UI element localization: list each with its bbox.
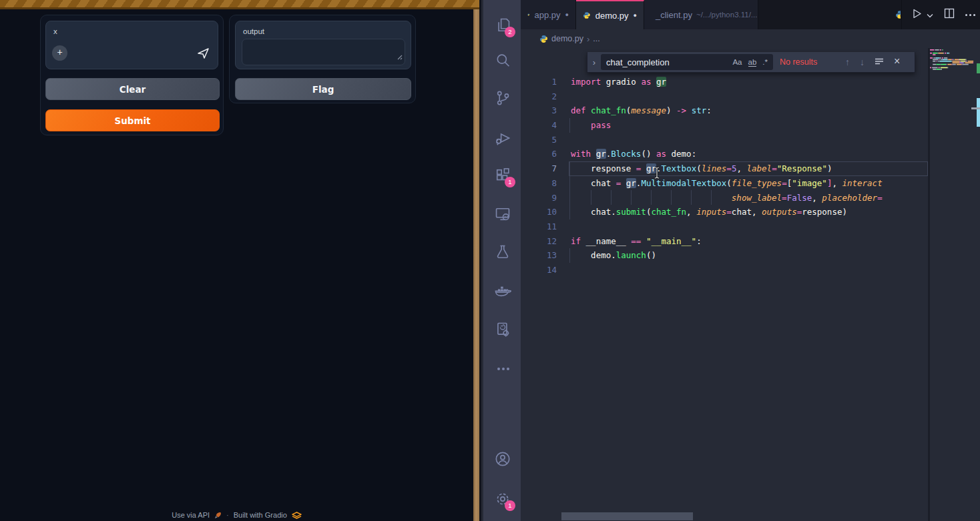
line-number[interactable]: 5 (521, 133, 557, 147)
tab-demo-py[interactable]: demo.py ● (576, 0, 644, 29)
use-via-api-link[interactable]: Use via API (172, 511, 210, 519)
tab-bar: app.py ● demo.py ● _client.py ~/.../pyth… (521, 0, 980, 29)
breadcrumb-file[interactable]: demo.py (551, 34, 583, 43)
remote-explorer-icon[interactable] (494, 205, 511, 223)
flag-button[interactable]: Flag (235, 78, 411, 100)
find-close-icon[interactable]: × (894, 55, 900, 67)
line-number[interactable]: 2 (521, 89, 557, 104)
python-file-icon (539, 35, 548, 43)
line-content (557, 135, 571, 145)
search-icon[interactable] (494, 52, 511, 69)
match-case-toggle[interactable]: Aa (732, 58, 742, 67)
settings-gear-icon[interactable]: 1 (494, 490, 511, 508)
line-number[interactable]: 3 (521, 103, 557, 118)
tab-client-py[interactable]: _client.py ~/.../python3.11/... (644, 0, 758, 29)
whole-word-toggle[interactable]: ab (748, 58, 757, 67)
code-line[interactable]: 14 (521, 263, 928, 278)
line-number[interactable]: 14 (521, 263, 557, 278)
line-content (557, 221, 571, 231)
output-block: output (235, 21, 411, 69)
code-line[interactable]: 2 (521, 89, 928, 104)
line-content (557, 265, 571, 275)
account-icon[interactable] (494, 450, 511, 468)
line-number[interactable]: 1 (521, 75, 557, 89)
output-label: output (243, 27, 264, 35)
line-number[interactable]: 11 (521, 219, 557, 234)
submit-button[interactable]: Submit (45, 109, 220, 131)
overview-cursor-mark (971, 107, 980, 109)
settings-badge: 1 (505, 500, 515, 511)
line-number[interactable]: 8 (521, 176, 557, 191)
code-line[interactable]: 5 (521, 133, 928, 147)
explorer-icon[interactable]: 2 (494, 17, 511, 34)
gradio-app: x + Clear Submit output Flag Use vi (0, 0, 473, 521)
output-textarea[interactable] (242, 39, 405, 65)
code-line[interactable]: 13 demo.launch() (521, 248, 928, 263)
code-line[interactable]: 6with gr.Blocks() as demo: (521, 147, 928, 161)
run-python-file-icon[interactable] (911, 8, 923, 22)
built-with-gradio-link[interactable]: Built with Gradio (234, 511, 287, 519)
modified-dot-icon[interactable]: ● (634, 12, 637, 19)
cmake-tools-icon[interactable] (494, 321, 511, 338)
line-content: import gradio as gr (557, 77, 666, 87)
code-line[interactable]: 10 chat.submit(chat_fn, inputs=chat, out… (521, 205, 928, 219)
docker-icon[interactable] (494, 283, 511, 300)
run-dropdown-chevron-icon[interactable] (927, 9, 933, 21)
tab-app-py[interactable]: app.py ● (521, 0, 576, 29)
multimodal-textbox[interactable]: x + (45, 21, 218, 69)
code-line[interactable]: 4 pass (521, 118, 928, 133)
breadcrumb-chevron-icon: › (587, 34, 589, 44)
line-number[interactable]: 7 (521, 161, 557, 176)
python-file-icon (583, 11, 591, 20)
regex-toggle[interactable]: .* (762, 58, 768, 67)
line-number[interactable]: 13 (521, 248, 557, 263)
send-icon[interactable] (196, 45, 212, 61)
activity-bar: 2 1 (483, 0, 521, 521)
testing-icon[interactable] (494, 243, 511, 261)
more-actions-icon[interactable] (965, 9, 976, 20)
horizontal-scrollbar[interactable] (561, 512, 693, 520)
code-line[interactable]: 11 (521, 219, 928, 234)
add-file-button[interactable]: + (52, 45, 67, 61)
code-lines[interactable]: 1import gradio as gr23def chat_fn(messag… (521, 75, 928, 278)
code-line[interactable]: 7 response = gr.Textbox(lines=5, label="… (521, 161, 928, 176)
clear-button[interactable]: Clear (45, 78, 220, 100)
breadcrumb-symbol[interactable]: ... (593, 34, 599, 43)
clipped-tab-python-icon (895, 10, 901, 19)
find-input[interactable]: chat_completion Aa ab .* (601, 54, 773, 70)
input-form-panel: x + Clear Submit (40, 15, 224, 135)
overview-mark-cyan (977, 98, 980, 127)
explorer-badge: 2 (505, 27, 515, 37)
source-control-icon[interactable] (494, 89, 511, 107)
code-line[interactable]: 9 show_label=False, placeholder= (521, 191, 928, 205)
code-line[interactable]: 8 chat = gr.MultimodalTextbox(file_types… (521, 176, 928, 191)
find-in-selection-icon[interactable] (875, 57, 884, 67)
more-views-icon[interactable] (494, 360, 511, 378)
vscode-window: 2 1 (479, 0, 980, 521)
line-number[interactable]: 4 (521, 118, 557, 133)
line-number[interactable]: 6 (521, 147, 557, 161)
line-content: show_label=False, placeholder= (557, 193, 883, 203)
line-content: chat.submit(chat_fn, inputs=chat, output… (557, 207, 847, 217)
run-debug-icon[interactable] (494, 129, 511, 147)
code-line[interactable]: 3def chat_fn(message) -> str: (521, 103, 928, 118)
breadcrumb[interactable]: demo.py › ... (521, 29, 980, 48)
code-line[interactable]: 12if __name__ == "__main__": (521, 234, 928, 249)
code-line[interactable]: 1import gradio as gr (521, 75, 928, 89)
line-number[interactable]: 10 (521, 205, 557, 219)
line-content: def chat_fn(message) -> str: (557, 105, 712, 115)
modified-dot-icon[interactable]: ● (565, 11, 569, 18)
footer-separator: · (226, 511, 229, 519)
extensions-icon[interactable]: 1 (494, 167, 511, 184)
resize-handle-icon[interactable] (397, 51, 403, 63)
find-next-icon[interactable]: ↓ (860, 57, 865, 67)
find-expand-chevron-icon[interactable]: › (587, 57, 601, 67)
line-number[interactable]: 12 (521, 234, 557, 249)
find-previous-icon[interactable]: ↑ (845, 57, 850, 67)
editor-group: app.py ● demo.py ● _client.py ~/.../pyth… (521, 0, 980, 521)
line-number[interactable]: 9 (521, 191, 557, 205)
split-editor-icon[interactable] (944, 8, 955, 21)
code-editor[interactable]: › chat_completion Aa ab .* No results ↑ … (521, 48, 980, 521)
find-query-text[interactable]: chat_completion (601, 57, 732, 67)
minimap[interactable] (930, 48, 974, 155)
